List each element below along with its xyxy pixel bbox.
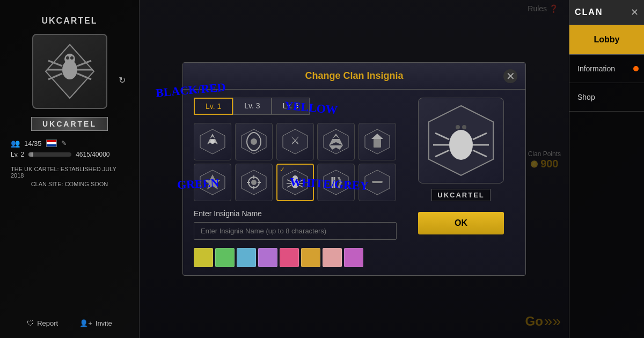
spider-logo: [40, 42, 99, 101]
xp-value: 4615/40000: [76, 151, 109, 158]
svg-point-12: [210, 139, 215, 144]
modal-right: UKCARTEL OK: [407, 98, 515, 267]
svg-marker-39: [324, 170, 348, 195]
level-tabs: Lv. 1 Lv. 3 Lv. 5: [194, 98, 397, 115]
invite-label: Invite: [96, 319, 112, 327]
swatch-orange[interactable]: [301, 248, 320, 267]
ok-button[interactable]: OK: [418, 212, 504, 234]
left-panel: UKCARTEL ↻ UKCARTEL 👥 14/35 ✎: [0, 0, 140, 338]
invite-button[interactable]: 👤+ Invite: [79, 319, 112, 327]
modal-body: Lv. 1 Lv. 3 Lv. 5: [183, 90, 525, 275]
svg-point-25: [251, 180, 257, 185]
color-swatches: [194, 248, 397, 267]
notification-dot: [633, 66, 639, 71]
tab-lv5[interactable]: Lv. 5: [272, 98, 310, 115]
modal-overlay: Change Clan Insignia ✕ Lv. 1 Lv. 3 Lv. 5: [140, 0, 569, 338]
insignia-item-1[interactable]: [194, 123, 231, 160]
swatch-yellow[interactable]: [194, 248, 213, 267]
svg-point-14: [251, 138, 257, 145]
swatch-peach[interactable]: [323, 248, 342, 267]
tab-lv3[interactable]: Lv. 3: [233, 98, 271, 115]
insignia-grid: ⚔: [194, 123, 397, 201]
name-input-label: Enter Insignia Name: [194, 209, 397, 218]
level-bar-row: Lv. 2 4615/40000: [11, 151, 128, 158]
modal-header: Change Clan Insignia ✕: [183, 63, 525, 90]
insignia-item-4[interactable]: [317, 123, 355, 160]
insignia-item-10[interactable]: [358, 164, 396, 201]
svg-point-9: [66, 56, 69, 60]
insignia-item-8[interactable]: [276, 164, 314, 201]
insignia-item-7[interactable]: [235, 164, 273, 201]
insignia-item-6[interactable]: [194, 164, 231, 201]
clan-name-badge: UKCARTEL: [31, 117, 108, 131]
svg-point-10: [70, 56, 74, 60]
tab-lv1[interactable]: Lv. 1: [194, 98, 233, 115]
panel-close-button[interactable]: ✕: [631, 6, 639, 18]
svg-rect-19: [374, 139, 381, 148]
svg-text:⚔: ⚔: [290, 135, 300, 146]
insignia-item-9[interactable]: [317, 164, 355, 201]
right-panel: CLAN ✕ Lobby Information Shop: [569, 0, 644, 338]
information-label: Information: [577, 64, 615, 73]
level-label: Lv. 2: [11, 151, 24, 158]
shop-label: Shop: [577, 93, 595, 101]
clan-stats: 👥 14/35 ✎ Lv. 2 4615/40000: [0, 139, 139, 160]
swatch-blue[interactable]: [237, 248, 256, 267]
lobby-button[interactable]: Lobby: [569, 25, 644, 55]
insignia-item-2[interactable]: [235, 123, 273, 160]
clan-site: CLAN SITE: COMING SOON: [20, 181, 119, 187]
shop-nav[interactable]: Shop: [569, 83, 644, 112]
clan-description: THE UK CARTEL: ESTABLISHED JULY 2018: [0, 166, 139, 179]
swatch-pink[interactable]: [280, 248, 299, 267]
modal-left: Lv. 1 Lv. 3 Lv. 5: [194, 98, 397, 267]
right-panel-header: CLAN ✕: [569, 0, 644, 25]
invite-icon: 👤+: [79, 319, 92, 327]
edit-icon[interactable]: ✎: [61, 139, 67, 147]
members-icon: 👥: [11, 139, 20, 148]
svg-point-51: [456, 125, 460, 129]
insignia-item-5[interactable]: [358, 123, 396, 160]
modal-close-button[interactable]: ✕: [503, 69, 517, 83]
swatch-green[interactable]: [215, 248, 235, 267]
information-nav[interactable]: Information: [569, 55, 644, 83]
level-bar-fill: [28, 152, 33, 157]
clan-logo-container: [32, 34, 107, 109]
level-bar: [28, 152, 71, 157]
svg-point-43: [449, 130, 473, 160]
svg-point-52: [462, 125, 466, 129]
bottom-actions: 🛡 Report 👤+ Invite: [27, 319, 112, 327]
swatch-magenta[interactable]: [344, 248, 363, 267]
member-count-row: 👥 14/35 ✎: [11, 139, 128, 148]
svg-point-2: [64, 54, 75, 64]
report-icon: 🛡: [27, 319, 34, 327]
clan-header-label: CLAN: [575, 8, 603, 17]
preview-clan-name: UKCARTEL: [431, 189, 491, 201]
member-count: 14/35: [24, 139, 42, 148]
swatch-purple[interactable]: [258, 248, 277, 267]
insignia-name-input[interactable]: [194, 222, 397, 240]
change-insignia-modal: Change Clan Insignia ✕ Lv. 1 Lv. 3 Lv. 5: [182, 62, 526, 276]
modal-title: Change Clan Insignia: [305, 70, 403, 81]
report-label: Report: [37, 319, 58, 327]
preview-insignia: [418, 98, 504, 183]
report-button[interactable]: 🛡 Report: [27, 319, 58, 327]
svg-rect-41: [372, 181, 383, 183]
svg-point-32: [292, 175, 298, 181]
insignia-item-3[interactable]: ⚔: [276, 123, 314, 160]
refresh-icon[interactable]: ↻: [119, 75, 126, 85]
flag-icon: [46, 139, 57, 147]
clan-name-top: UKCARTEL: [42, 16, 98, 26]
